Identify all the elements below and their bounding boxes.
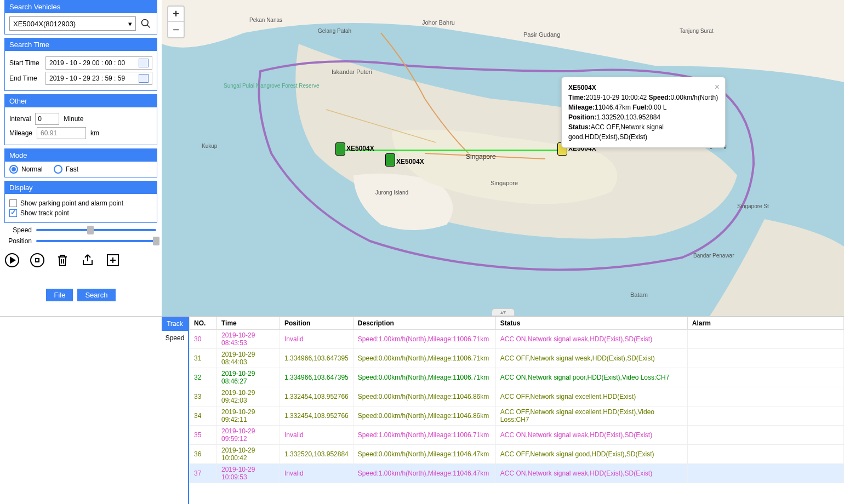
close-icon[interactable]: × xyxy=(715,81,720,94)
slider-thumb-icon[interactable] xyxy=(87,226,94,234)
cell-alarm xyxy=(687,330,843,349)
table-row[interactable]: 322019-10-29 08:46:271.334966,103.647395… xyxy=(190,368,844,387)
cell-position: Invalid xyxy=(280,464,353,483)
map-canvas: Johor Bahru Pasir Gudang Singapore Singa… xyxy=(162,0,844,316)
panel-drag-handle[interactable]: ▴▾ xyxy=(492,308,515,316)
svg-line-1 xyxy=(147,25,150,28)
cell-position: 1.332520,103.952884 xyxy=(280,445,353,464)
map-view[interactable]: Johor Bahru Pasir Gudang Singapore Singa… xyxy=(162,0,844,316)
table-row[interactable]: 302019-10-29 08:43:53InvalidSpeed:1.00km… xyxy=(190,330,844,349)
cell-description: Speed:0.00km/h(North),Mileage:11046.86km xyxy=(353,406,495,426)
cell-time: 2019-10-29 08:44:03 xyxy=(217,349,280,368)
col-description[interactable]: Description xyxy=(353,317,495,330)
bottom-panel: Track Speed NO. Time Position Descriptio… xyxy=(0,316,844,504)
popup-time-value: 2019-10-29 10:00:42 xyxy=(586,94,647,101)
col-alarm[interactable]: Alarm xyxy=(687,317,843,330)
cell-no: 30 xyxy=(190,330,217,349)
popup-fuel-label: Fuel: xyxy=(632,104,648,111)
radio-icon xyxy=(54,165,62,174)
table-row[interactable]: 332019-10-29 09:42:031.332454,103.952766… xyxy=(190,387,844,406)
popup-fuel-value: 0.00 L xyxy=(648,104,666,111)
vehicle-marker[interactable] xyxy=(385,153,395,167)
add-button[interactable] xyxy=(105,253,121,268)
cell-description: Speed:0.00km/h(North),Mileage:11006.71km xyxy=(353,349,495,368)
start-time-input[interactable]: 2019 - 10 - 29 00 : 00 : 00 xyxy=(45,56,152,70)
svg-text:Pekan Nanas: Pekan Nanas xyxy=(249,17,282,23)
col-no[interactable]: NO. xyxy=(190,317,217,330)
calendar-icon[interactable] xyxy=(139,59,149,67)
vehicle-marker[interactable] xyxy=(335,142,345,156)
col-position[interactable]: Position xyxy=(280,317,353,330)
cell-status: ACC ON,Network signal weak,HDD(Exist),SD… xyxy=(495,426,687,445)
cell-status: ACC OFF,Network signal good,HDD(Exist),S… xyxy=(495,445,687,464)
cell-status: ACC ON,Network signal weak,HDD(Exist),SD… xyxy=(495,330,687,349)
vehicle-selected-value: XE5004X(8012903) xyxy=(13,20,76,28)
km-label: km xyxy=(90,129,99,137)
zoom-in-button[interactable]: + xyxy=(168,7,184,22)
mode-fast-radio[interactable]: Fast xyxy=(54,165,78,174)
track-table: NO. Time Position Description Status Ala… xyxy=(189,317,844,483)
export-button[interactable] xyxy=(80,253,95,268)
minute-label: Minute xyxy=(64,115,83,123)
cell-alarm xyxy=(687,445,843,464)
end-time-input[interactable]: 2019 - 10 - 29 23 : 59 : 59 xyxy=(45,72,152,85)
popup-time-label: Time: xyxy=(568,94,586,101)
cell-alarm xyxy=(687,349,843,368)
popup-speed-label: Speed: xyxy=(649,94,671,101)
popup-mileage-label: Mileage: xyxy=(568,104,595,111)
popup-mileage-value: 11046.47km xyxy=(595,104,631,111)
cell-description: Speed:1.00km/h(North),Mileage:11006.71km xyxy=(353,426,495,445)
cell-alarm xyxy=(687,464,843,483)
table-row[interactable]: 372019-10-29 10:09:53InvalidSpeed:1.00km… xyxy=(190,464,844,483)
search-time-title: Search Time xyxy=(5,38,157,51)
position-slider[interactable] xyxy=(36,240,156,242)
popup-status-label: Status: xyxy=(568,123,591,131)
show-track-label: Show track point xyxy=(20,209,69,217)
search-button[interactable]: Search xyxy=(77,289,115,301)
mode-normal-radio[interactable]: Normal xyxy=(9,165,43,174)
calendar-icon[interactable] xyxy=(139,74,149,83)
vehicle-select[interactable]: XE5004X(8012903) ▾ xyxy=(9,16,136,31)
search-icon[interactable] xyxy=(139,17,152,30)
tab-track[interactable]: Track xyxy=(162,317,188,331)
cell-position: 1.332454,103.952766 xyxy=(280,387,353,406)
vehicle-marker-label: XE5004X xyxy=(396,158,424,165)
tab-speed[interactable]: Speed xyxy=(162,331,188,345)
cell-status: ACC ON,Network signal poor,HDD(Exist),Vi… xyxy=(495,368,687,387)
play-button[interactable] xyxy=(4,253,20,268)
svg-text:Iskandar Puteri: Iskandar Puteri xyxy=(332,68,372,75)
interval-input[interactable] xyxy=(35,113,59,125)
cell-description: Speed:0.00km/h(North),Mileage:11046.86km xyxy=(353,387,495,406)
table-row[interactable]: 312019-10-29 08:44:031.334966,103.647395… xyxy=(190,349,844,368)
table-row[interactable]: 362019-10-29 10:00:421.332520,103.952884… xyxy=(190,445,844,464)
col-status[interactable]: Status xyxy=(495,317,687,330)
popup-position-value: 1.332520,103.952884 xyxy=(596,113,660,121)
file-button[interactable]: File xyxy=(46,289,73,301)
col-time[interactable]: Time xyxy=(217,317,280,330)
cell-position: Invalid xyxy=(280,426,353,445)
svg-text:Bandar Penawar: Bandar Penawar xyxy=(693,253,734,259)
position-slider-label: Position xyxy=(5,237,32,245)
delete-button[interactable] xyxy=(55,253,70,268)
cell-position: 1.334966,103.647395 xyxy=(280,349,353,368)
table-row[interactable]: 342019-10-29 09:42:111.332454,103.952766… xyxy=(190,406,844,426)
cell-status: ACC OFF,Network signal excellent,HDD(Exi… xyxy=(495,387,687,406)
mode-normal-label: Normal xyxy=(21,165,43,173)
zoom-out-button[interactable]: − xyxy=(168,22,184,37)
end-time-label: End Time xyxy=(9,75,42,82)
mileage-input[interactable] xyxy=(37,127,86,139)
slider-thumb-icon[interactable] xyxy=(153,237,159,245)
cell-time: 2019-10-29 10:00:42 xyxy=(217,445,280,464)
svg-marker-3 xyxy=(10,257,15,263)
speed-slider[interactable] xyxy=(36,229,156,231)
show-track-checkbox[interactable]: Show track point xyxy=(9,209,152,217)
table-row[interactable]: 352019-10-29 09:59:12InvalidSpeed:1.00km… xyxy=(190,426,844,445)
popup-position-label: Position: xyxy=(568,113,596,121)
speed-slider-label: Speed xyxy=(5,226,32,234)
popup-speed-value: 0.00km/h(North) xyxy=(671,94,718,101)
cell-description: Speed:1.00km/h(North),Mileage:11046.47km xyxy=(353,464,495,483)
stop-button[interactable] xyxy=(30,253,45,268)
show-parking-checkbox[interactable]: Show parking point and alarm point xyxy=(9,199,152,207)
popup-title: XE5004X xyxy=(568,84,596,91)
vehicle-marker-label: XE5004X xyxy=(346,145,374,152)
